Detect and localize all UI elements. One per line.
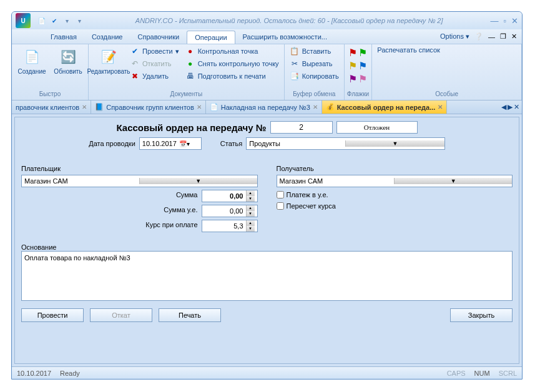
document-tabs: правочник клиентов✕ 📘Справочник групп кл… <box>12 100 522 114</box>
rate-input[interactable]: ▲▼ <box>202 220 258 232</box>
copy-icon: 📑 <box>290 71 300 81</box>
sum-ue-input[interactable]: ▲▼ <box>202 205 258 217</box>
spin-up-icon[interactable]: ▲ <box>246 205 255 211</box>
app-window: U 📄 ✔ ▾ ▾ ANDRIY.CO - Испытательный пери… <box>11 11 523 380</box>
help-icon[interactable]: ❔ <box>474 32 483 41</box>
new-doc-icon: 📄 <box>22 47 42 67</box>
print-prep-icon: 🖶 <box>185 71 195 81</box>
spin-down-icon[interactable]: ▼ <box>246 196 255 202</box>
close-icon[interactable]: ✕ <box>197 104 202 110</box>
minimize-button[interactable]: — <box>490 16 498 26</box>
recalc-checkbox[interactable]: Пересчет курса <box>277 202 513 210</box>
mdi-close-icon[interactable]: ✕ <box>511 32 517 41</box>
money-icon: 💰 <box>326 103 335 111</box>
edit-button[interactable]: 📝Редактировать <box>91 46 126 76</box>
uncheckpoint-button[interactable]: ●Снять контрольную точку <box>183 58 282 69</box>
article-combo[interactable]: Продукты▼ <box>246 137 445 150</box>
close-icon[interactable]: ✕ <box>313 104 318 110</box>
maximize-button[interactable]: ▫ <box>503 16 506 26</box>
rate-label: Курс при оплате <box>145 221 197 228</box>
flag-pink-icon[interactable]: ⚑ <box>358 73 367 85</box>
basis-textarea[interactable] <box>21 251 513 301</box>
post-button[interactable]: Провести <box>21 308 84 322</box>
sum-ue-label: Сумма у.е. <box>164 206 197 213</box>
flag-blue-icon[interactable]: ⚑ <box>358 60 367 72</box>
qat-new-icon[interactable]: 📄 <box>37 16 47 26</box>
flag-red-icon[interactable]: ⚑ <box>348 47 357 59</box>
delete-icon: ✖ <box>130 71 140 81</box>
group-flags: Флажки <box>347 89 369 99</box>
payer-label: Плательщик <box>21 165 258 172</box>
post-button[interactable]: ✔Провести ▾ <box>127 46 182 57</box>
tab-next-icon[interactable]: ▶ <box>508 103 513 111</box>
close-icon[interactable]: ✕ <box>438 104 443 110</box>
spin-up-icon[interactable]: ▲ <box>246 220 255 226</box>
flag-purple-icon[interactable]: ⚑ <box>348 73 357 85</box>
qat-check-icon[interactable]: ✔ <box>49 16 59 26</box>
tab-close-icon[interactable]: ✕ <box>514 103 519 111</box>
form-heading-row: Кассовый ордер на передачу № Отложен <box>21 121 513 134</box>
flag-green-icon[interactable]: ⚑ <box>358 47 367 59</box>
copy-button[interactable]: 📑Копировать <box>287 71 341 82</box>
spin-up-icon[interactable]: ▲ <box>246 190 255 196</box>
menu-main[interactable]: Главная <box>43 29 84 44</box>
close-button[interactable]: ✕ <box>511 16 518 26</box>
close-form-button[interactable]: Закрыть <box>450 308 513 322</box>
order-number-input[interactable] <box>270 121 333 134</box>
print-list-button[interactable]: Распечатать список <box>375 46 443 54</box>
paste-button[interactable]: 📋Вставить <box>287 46 341 57</box>
options-link[interactable]: Options ▾ <box>440 32 469 41</box>
spin-down-icon[interactable]: ▼ <box>246 226 255 232</box>
menu-create[interactable]: Создание <box>84 29 130 44</box>
status-field: Отложен <box>336 121 418 134</box>
checkpoint-button[interactable]: ●Контрольная точка <box>183 46 282 57</box>
close-icon[interactable]: ✕ <box>82 104 87 110</box>
status-ready: Ready <box>60 370 80 377</box>
menu-operations[interactable]: Операции <box>187 31 235 44</box>
article-label: Статья <box>220 140 242 147</box>
ribbon: 📄Создание 🔄Обновить Быстро 📝Редактироват… <box>12 44 522 100</box>
group-special: Особые <box>375 89 519 99</box>
chevron-down-icon: ▼ <box>345 140 444 147</box>
menu-extend[interactable]: Расширить возможности... <box>235 29 335 44</box>
sum-input[interactable]: ▲▼ <box>202 190 258 202</box>
calendar-icon[interactable]: 📅▾ <box>179 140 190 147</box>
prepare-print-button[interactable]: 🖶Подготовить к печати <box>183 71 282 82</box>
group-docs: Документы <box>91 89 282 99</box>
status-date: 10.10.2017 <box>17 370 51 377</box>
refresh-button[interactable]: 🔄Обновить <box>51 46 86 76</box>
delete-button[interactable]: ✖Удалить <box>127 71 182 82</box>
quick-access-toolbar: 📄 ✔ ▾ ▾ <box>37 16 84 26</box>
rollback-button[interactable]: ↶Откатить <box>127 58 182 69</box>
doc-icon: 📄 <box>210 103 218 111</box>
status-caps: CAPS <box>447 370 466 377</box>
status-scrl: SCRL <box>499 370 517 377</box>
undo-icon: ↶ <box>130 59 140 69</box>
mdi-minimize-icon[interactable]: — <box>488 33 495 41</box>
tab-clients[interactable]: правочник клиентов✕ <box>12 100 91 114</box>
qat-dropdown-icon[interactable]: ▾ <box>62 16 72 26</box>
menu-refs[interactable]: Справочники <box>130 29 187 44</box>
refresh-icon: 🔄 <box>58 47 78 67</box>
tab-invoice[interactable]: 📄Накладная на передачу №3✕ <box>206 100 322 114</box>
mdi-restore-icon[interactable]: ❐ <box>500 32 506 41</box>
edit-icon: 📝 <box>99 47 119 67</box>
receiver-label: Получатель <box>277 165 513 172</box>
print-button[interactable]: Печать <box>159 308 221 322</box>
flag-yellow-icon[interactable]: ⚑ <box>348 60 357 72</box>
create-button[interactable]: 📄Создание <box>14 46 49 76</box>
chevron-down-icon: ▼ <box>394 178 512 184</box>
tab-prev-icon[interactable]: ◀ <box>501 103 506 111</box>
window-title: ANDRIY.CO - Испытательный период. Остало… <box>88 17 490 24</box>
app-icon[interactable]: U <box>16 13 31 28</box>
paste-icon: 📋 <box>290 46 300 56</box>
cut-button[interactable]: ✂Вырезать <box>287 58 341 69</box>
tab-client-groups[interactable]: 📘Справочник групп клиентов✕ <box>91 100 206 114</box>
tab-cash-order[interactable]: 💰Кассовый ордер на переда...✕ <box>322 100 448 114</box>
pay-ue-checkbox[interactable]: Платеж в у.е. <box>277 191 513 198</box>
spin-down-icon[interactable]: ▼ <box>246 211 255 217</box>
date-input[interactable]: 10.10.2017📅▾ <box>139 137 202 150</box>
qat-more-icon[interactable]: ▾ <box>74 16 84 26</box>
payer-combo[interactable]: Магазин САМ▼ <box>21 175 258 187</box>
receiver-combo[interactable]: Магазин САМ▼ <box>277 175 513 187</box>
